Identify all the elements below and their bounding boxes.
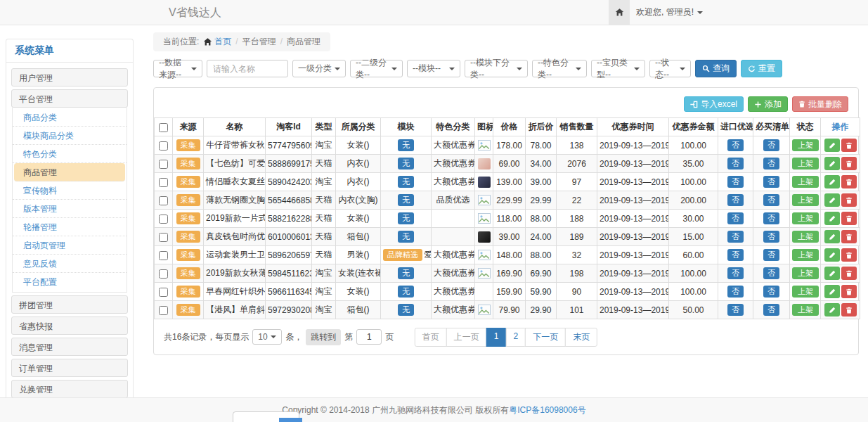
status-select[interactable]: --状态--	[649, 60, 691, 77]
jump-button[interactable]: 跳转到	[306, 329, 341, 345]
imported-toggle[interactable]: 否	[727, 267, 744, 279]
page-number-input[interactable]	[356, 329, 382, 345]
must-buy-toggle[interactable]: 否	[763, 231, 779, 243]
pager-page-2[interactable]: 2	[506, 328, 526, 347]
search-button[interactable]: 查询	[695, 60, 737, 77]
sidebar-subitem-carousel-management[interactable]: 轮播管理	[13, 218, 127, 236]
imported-toggle[interactable]: 否	[727, 176, 744, 188]
sidebar-subitem-module-product-categories[interactable]: 模块商品分类	[13, 127, 127, 145]
pager-first[interactable]: 首页	[415, 328, 447, 347]
row-checkbox[interactable]	[159, 251, 168, 260]
module-select[interactable]: --模块--	[407, 60, 460, 77]
must-buy-toggle[interactable]: 否	[763, 286, 779, 298]
must-buy-toggle[interactable]: 否	[763, 176, 779, 188]
must-buy-toggle[interactable]: 否	[763, 158, 779, 170]
row-checkbox[interactable]	[159, 288, 168, 297]
must-buy-toggle[interactable]: 否	[763, 194, 779, 206]
must-buy-toggle[interactable]: 否	[763, 267, 779, 279]
delete-button[interactable]	[841, 139, 857, 152]
delete-button[interactable]	[841, 175, 857, 188]
name-search-input[interactable]	[207, 60, 288, 77]
status-badge[interactable]: 上架	[792, 231, 819, 243]
status-badge[interactable]: 上架	[792, 249, 819, 261]
batch-delete-button[interactable]: 批量删除	[792, 96, 848, 112]
pager-page-1[interactable]: 1	[486, 328, 507, 347]
sidebar-item-platform-management[interactable]: 平台管理	[11, 89, 128, 108]
delete-button[interactable]	[841, 193, 857, 207]
delete-button[interactable]	[841, 230, 857, 243]
edit-button[interactable]	[824, 139, 840, 152]
add-button[interactable]: 添加	[748, 96, 788, 112]
pager-last[interactable]: 末页	[565, 328, 597, 347]
feature-category-select[interactable]: --特色分类--	[532, 60, 587, 77]
sidebar-subitem-promo-materials[interactable]: 宣传物料	[13, 181, 127, 200]
select-all-checkbox[interactable]	[159, 123, 168, 132]
imported-toggle[interactable]: 否	[727, 139, 744, 151]
user-menu[interactable]: 欢迎您, 管理员!	[636, 0, 703, 25]
row-checkbox[interactable]	[159, 141, 168, 151]
must-buy-toggle[interactable]: 否	[763, 249, 779, 261]
item-type-select[interactable]: --宝贝类型--	[591, 60, 645, 77]
sidebar-subitem-feedback[interactable]: 意见反馈	[13, 255, 127, 273]
data-source-select[interactable]: --数据来源--	[153, 60, 202, 77]
delete-button[interactable]	[841, 212, 857, 225]
imported-toggle[interactable]: 否	[727, 212, 744, 224]
delete-button[interactable]	[841, 248, 857, 262]
edit-button[interactable]	[824, 175, 840, 188]
status-badge[interactable]: 上架	[792, 212, 819, 224]
category2-select[interactable]: --二级分类--	[350, 60, 403, 77]
row-checkbox[interactable]	[159, 233, 168, 242]
delete-button[interactable]	[841, 157, 857, 170]
status-badge[interactable]: 上架	[792, 176, 819, 188]
sidebar-subitem-platform-config[interactable]: 平台配置	[13, 273, 127, 291]
edit-button[interactable]	[824, 248, 840, 262]
imported-toggle[interactable]: 否	[727, 286, 744, 298]
home-button[interactable]	[609, 0, 630, 25]
edit-button[interactable]	[824, 230, 840, 243]
sidebar-item-exchange-management[interactable]: 兑换管理	[11, 380, 128, 397]
sidebar-item-order-management[interactable]: 订单管理	[11, 359, 128, 377]
status-badge[interactable]: 上架	[792, 139, 819, 151]
delete-button[interactable]	[841, 285, 857, 298]
edit-button[interactable]	[824, 193, 840, 207]
imported-toggle[interactable]: 否	[727, 194, 744, 206]
status-badge[interactable]: 上架	[792, 194, 819, 206]
edit-button[interactable]	[824, 267, 840, 280]
sidebar-subitem-version-management[interactable]: 版本管理	[13, 200, 127, 218]
status-badge[interactable]: 上架	[792, 158, 819, 170]
imported-toggle[interactable]: 否	[727, 304, 744, 316]
edit-button[interactable]	[824, 303, 840, 316]
delete-button[interactable]	[841, 303, 857, 316]
status-badge[interactable]: 上架	[792, 286, 819, 298]
row-checkbox[interactable]	[159, 160, 168, 169]
must-buy-toggle[interactable]: 否	[763, 304, 779, 316]
imported-toggle[interactable]: 否	[727, 158, 744, 170]
pager-prev[interactable]: 上一页	[446, 328, 487, 347]
sidebar-item-group-buy-management[interactable]: 拼团管理	[11, 295, 128, 314]
row-checkbox[interactable]	[159, 215, 168, 224]
reset-button[interactable]: 重置	[741, 60, 782, 77]
breadcrumb-home-link[interactable]: 首页	[214, 37, 231, 46]
row-checkbox[interactable]	[159, 306, 168, 315]
must-buy-toggle[interactable]: 否	[763, 212, 779, 224]
sidebar-item-user-management[interactable]: 用户管理	[11, 68, 128, 87]
imported-toggle[interactable]: 否	[727, 249, 744, 261]
must-buy-toggle[interactable]: 否	[763, 139, 779, 151]
per-page-select[interactable]: 10	[252, 329, 282, 345]
category1-select[interactable]: 一级分类	[292, 60, 346, 77]
edit-button[interactable]	[824, 157, 840, 170]
sidebar-item-message-management[interactable]: 消息管理	[11, 338, 128, 356]
imported-toggle[interactable]: 否	[727, 231, 744, 243]
import-excel-button[interactable]: 导入excel	[684, 96, 744, 112]
sidebar-subitem-product-categories[interactable]: 商品分类	[13, 108, 127, 127]
row-checkbox[interactable]	[159, 178, 168, 187]
edit-button[interactable]	[824, 285, 840, 298]
row-checkbox[interactable]	[159, 196, 168, 205]
status-badge[interactable]: 上架	[792, 304, 819, 316]
sidebar-subitem-splash-page-management[interactable]: 启动页管理	[13, 236, 127, 255]
status-badge[interactable]: 上架	[792, 267, 819, 279]
edit-button[interactable]	[824, 212, 840, 225]
delete-button[interactable]	[841, 267, 857, 280]
icp-link[interactable]: 粤ICP备16098006号	[509, 405, 585, 415]
sidebar-item-savings-bulletin[interactable]: 省惠快报	[11, 316, 128, 335]
